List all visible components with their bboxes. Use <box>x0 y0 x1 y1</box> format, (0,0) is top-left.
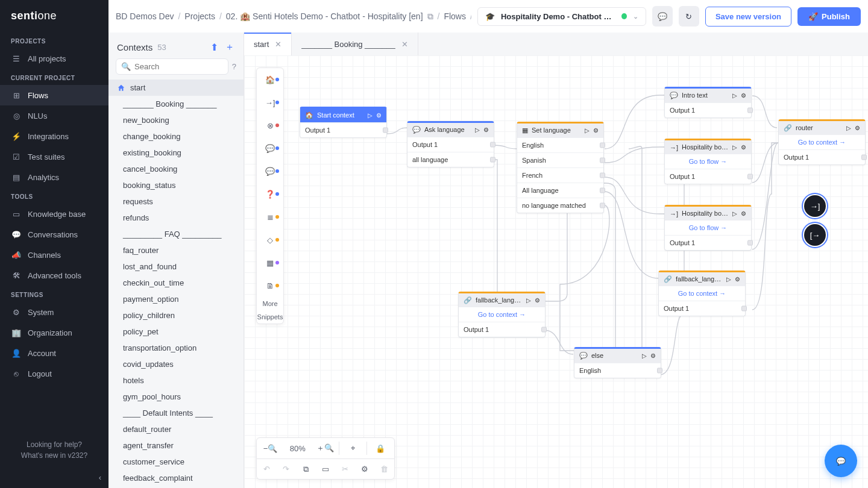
tab-close-icon[interactable]: ✕ <box>401 40 408 49</box>
upload-context-button[interactable]: ⬆ <box>209 42 219 53</box>
chat-fab[interactable]: 💬 <box>825 445 857 477</box>
lock-button[interactable]: 🔒 <box>367 438 394 458</box>
palette-item-comment[interactable]: 💬 <box>257 137 283 160</box>
palette-item-enter[interactable]: →] <box>257 91 283 114</box>
palette-item-diamond[interactable]: ◇ <box>257 228 283 251</box>
cut-button[interactable]: ✂ <box>335 459 355 479</box>
nav-conversations[interactable]: 💬 Conversations <box>0 224 108 245</box>
context-item[interactable]: gym_pool_hours <box>108 389 244 405</box>
context-item[interactable]: payment_option <box>108 291 244 307</box>
context-item[interactable]: feedback_complaint <box>108 470 244 486</box>
play-icon[interactable]: ▷ <box>732 92 737 99</box>
comments-button[interactable]: 💬 <box>652 6 673 27</box>
palette-item-comment-dots[interactable]: 💬 <box>257 160 283 183</box>
palette-item-x-circle[interactable]: ⊗ <box>257 114 283 137</box>
history-button[interactable]: ↻ <box>679 6 699 27</box>
redo-button[interactable]: ↷ <box>277 459 297 479</box>
gear-icon[interactable]: ⚙ <box>855 125 860 131</box>
nav-channels[interactable]: 📣 Channels <box>0 245 108 265</box>
context-item[interactable]: _________ FAQ _________ <box>108 226 244 242</box>
palette-item-comment-q[interactable]: ❓ <box>257 183 283 205</box>
context-item[interactable]: default_router <box>108 421 244 437</box>
nav-account[interactable]: 👤 Account <box>0 343 108 363</box>
nav-all-projects[interactable]: ☰ All projects <box>0 48 108 69</box>
gear-icon[interactable]: ⚙ <box>593 127 599 134</box>
copy-icon[interactable]: ⧉ <box>427 11 433 22</box>
context-item[interactable]: hotels <box>108 372 244 389</box>
context-item[interactable]: change_booking <box>108 128 244 145</box>
copy-button[interactable]: ⧉ <box>296 459 316 479</box>
play-icon[interactable]: ▷ <box>585 127 590 134</box>
node-set-language[interactable]: ▦ Set language ▷ ⚙ English Spanish Frenc… <box>517 122 604 213</box>
nav-analytics[interactable]: ▤ Analytics <box>0 167 108 187</box>
palette-item-home[interactable]: 🏠 <box>257 68 283 91</box>
nav-system[interactable]: ⚙ System <box>0 302 108 322</box>
gear-icon[interactable]: ⚙ <box>650 352 656 359</box>
context-item[interactable]: _______ Booking _______ <box>108 96 244 112</box>
nav-kb[interactable]: ▭ Knowledge base <box>0 204 108 224</box>
node-start-context[interactable]: 🏠 Start context ▷ ⚙ Output 1 <box>300 107 387 138</box>
palette-snippets-button[interactable]: Snippets <box>257 310 283 324</box>
context-item[interactable]: ____ Default Intents ____ <box>108 405 244 421</box>
play-icon[interactable]: ▷ <box>368 112 373 119</box>
palette-more-button[interactable]: More <box>257 297 283 310</box>
locate-button[interactable]: ⌖ <box>339 438 366 458</box>
node-intro-text[interactable]: 💬 Intro text ▷ ⚙ Output 1 <box>664 87 752 118</box>
tab-close-icon[interactable]: ✕ <box>275 40 281 49</box>
play-icon[interactable]: ▷ <box>642 352 647 359</box>
context-item[interactable]: cancel_booking <box>108 161 244 177</box>
context-item[interactable]: new_booking <box>108 112 244 128</box>
gear-icon[interactable]: ⚙ <box>483 127 489 133</box>
gear-icon[interactable]: ⚙ <box>535 297 540 304</box>
flow-canvas[interactable]: 🏠 Start context ▷ ⚙ Output 1 💬 Ask langu… <box>244 55 868 488</box>
context-item[interactable]: booking_status <box>108 177 244 193</box>
context-item[interactable]: agent_transfer <box>108 437 244 454</box>
help-link[interactable]: Looking for help? <box>6 439 102 450</box>
node-hospitality-spanish[interactable]: →] Hospitality bot in Spanish ▷ ⚙ Go to … <box>664 139 752 184</box>
save-version-button[interactable]: Save new version <box>705 7 791 27</box>
context-item[interactable]: start <box>108 80 244 96</box>
node-fallback-language[interactable]: 🔗 fallback_language ▷ ⚙ Go to context → … <box>458 292 546 337</box>
go-to-flow-link[interactable]: Go to flow → <box>665 154 751 169</box>
crumb-1[interactable]: Projects <box>184 11 215 21</box>
context-item[interactable]: customer_service <box>108 454 244 470</box>
nav-flows[interactable]: ⊞ Flows <box>0 85 108 105</box>
context-item[interactable]: covid_updates <box>108 356 244 372</box>
canvas-pill-enter[interactable]: →] <box>804 195 826 217</box>
context-item[interactable]: lost_and_found <box>108 258 244 275</box>
context-item[interactable]: requests <box>108 193 244 210</box>
play-icon[interactable]: ▷ <box>846 125 851 131</box>
collapse-sidebar-button[interactable]: ‹ <box>92 469 108 486</box>
go-to-context-link[interactable]: Go to context → <box>779 135 865 149</box>
nav-org[interactable]: 🏢 Organization <box>0 322 108 343</box>
settings-button[interactable]: ⚙ <box>355 459 375 479</box>
zoom-in-button[interactable]: ＋🔍 <box>311 438 338 458</box>
canvas-pill-exit[interactable]: [→ <box>804 224 826 246</box>
node-fallback-language-right[interactable]: 🔗 fallback_language ▷ ⚙ Go to context → … <box>658 271 746 316</box>
context-item[interactable]: policy_pet <box>108 324 244 340</box>
gear-icon[interactable]: ⚙ <box>735 276 740 283</box>
node-ask-language[interactable]: 💬 Ask language ▷ ⚙ Output 1 all language <box>407 121 494 167</box>
context-item[interactable]: checkin_out_time <box>108 275 244 291</box>
context-item[interactable]: existing_booking <box>108 145 244 161</box>
nav-nlus[interactable]: ◎ NLUs <box>0 105 108 126</box>
tab-booking[interactable]: _______ Booking _______ ✕ <box>292 33 418 55</box>
publish-button[interactable]: 🚀 Publish <box>797 7 861 26</box>
palette-item-file[interactable]: 🗎 <box>257 274 283 297</box>
palette-item-stack[interactable]: ≣ <box>257 205 283 228</box>
crumb-2[interactable]: 02. 🏨 Senti Hotels Demo - Chatbot - Hosp… <box>226 11 423 21</box>
nav-logout[interactable]: ⎋ Logout <box>0 363 108 384</box>
gear-icon[interactable]: ⚙ <box>376 112 382 119</box>
crumb-0[interactable]: BD Demos Dev <box>116 11 174 21</box>
node-else[interactable]: 💬 else ▷ ⚙ English <box>574 347 661 378</box>
context-search-input[interactable] <box>134 62 223 71</box>
play-icon[interactable]: ▷ <box>726 276 731 283</box>
go-to-flow-link[interactable]: Go to flow → <box>665 221 751 235</box>
go-to-context-link[interactable]: Go to context → <box>459 307 545 322</box>
node-hospitality-french[interactable]: →] Hospitality bot in French ▷ ⚙ Go to f… <box>664 205 752 251</box>
nav-test-suites[interactable]: ☑ Test suites <box>0 146 108 167</box>
delete-button[interactable]: 🗑 <box>374 459 394 479</box>
nav-advanced[interactable]: 🛠 Advanced tools <box>0 265 108 286</box>
play-icon[interactable]: ▷ <box>732 210 737 217</box>
help-icon[interactable]: ? <box>232 62 236 71</box>
